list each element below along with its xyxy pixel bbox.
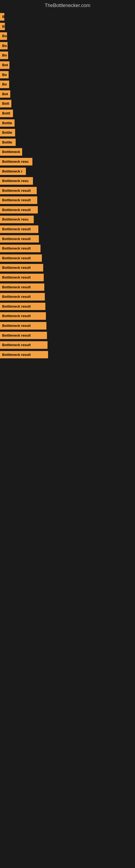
item-label[interactable]: Bott xyxy=(0,100,11,107)
list-item: Bo xyxy=(0,51,135,60)
list-item: Bottleneck result xyxy=(0,196,135,205)
list-item: Bottleneck result xyxy=(0,244,135,253)
item-label[interactable]: Bottleneck r xyxy=(0,167,26,175)
list-item: Bottleneck result xyxy=(0,264,135,272)
item-label[interactable]: Bottleneck result xyxy=(0,206,38,214)
item-label[interactable]: Bottleneck result xyxy=(0,225,38,233)
list-item: Bottleneck result xyxy=(0,312,135,320)
item-label[interactable]: Bottleneck resu xyxy=(0,158,32,165)
list-item: Bottleneck result xyxy=(0,254,135,262)
item-label[interactable]: Bottleneck xyxy=(0,148,22,156)
item-label[interactable]: Bottleneck result xyxy=(0,187,37,194)
list-item: Bottleneck result xyxy=(0,235,135,243)
list-item: Bo xyxy=(0,80,135,89)
list-item: Bo xyxy=(0,41,135,50)
item-label[interactable]: Bottleneck result xyxy=(0,235,39,243)
item-label[interactable]: Bottle xyxy=(0,129,15,136)
item-label[interactable]: Bottleneck result xyxy=(0,293,45,301)
site-title: TheBottlenecker.com xyxy=(0,0,135,10)
item-label[interactable]: Bottleneck result xyxy=(0,283,44,291)
item-label[interactable]: Bottleneck result xyxy=(0,312,46,320)
item-label[interactable]: Bottleneck result xyxy=(0,196,37,204)
list-item: Bot xyxy=(0,61,135,69)
item-label[interactable]: Bottleneck result xyxy=(0,264,43,272)
item-label[interactable]: Bottleneck resu xyxy=(0,177,33,185)
list-item: Bottleneck result xyxy=(0,350,135,359)
list-item: Bottleneck resu xyxy=(0,157,135,166)
item-label[interactable]: Bo xyxy=(0,42,8,50)
list-item: B xyxy=(0,12,135,21)
list-item: Bottleneck resu xyxy=(0,215,135,224)
item-label[interactable]: Bottl xyxy=(0,110,13,117)
item-label[interactable]: Bottleneck resu xyxy=(0,216,34,223)
list-item: Bot xyxy=(0,90,135,98)
item-label[interactable]: B xyxy=(0,23,5,30)
item-label[interactable]: Bottleneck result xyxy=(0,322,46,330)
item-label[interactable]: Bot xyxy=(0,61,9,69)
item-label[interactable]: Bottleneck result xyxy=(0,351,48,359)
list-item: Bottleneck resu xyxy=(0,177,135,185)
item-label[interactable]: B xyxy=(0,13,4,21)
item-label[interactable]: Bo xyxy=(0,81,9,88)
item-label[interactable]: Bo xyxy=(0,71,9,79)
list-item: Bottleneck result xyxy=(0,283,135,291)
item-label[interactable]: Bottle xyxy=(0,119,14,127)
list-item: Bottleneck result xyxy=(0,206,135,214)
item-label[interactable]: Bottleneck result xyxy=(0,274,44,281)
list-item: Bottleneck result xyxy=(0,321,135,330)
list-item: Bottleneck result xyxy=(0,302,135,311)
item-label[interactable]: Bottleneck result xyxy=(0,254,42,262)
list-item: Bo xyxy=(0,70,135,79)
list-item: Bottleneck r xyxy=(0,167,135,176)
item-label[interactable]: Bottleneck result xyxy=(0,303,45,310)
list-item: Bott xyxy=(0,99,135,108)
item-label[interactable]: Bot xyxy=(0,90,10,98)
item-label[interactable]: Bottleneck result xyxy=(0,332,47,339)
list-item: Bottl xyxy=(0,109,135,118)
list-item: Bo xyxy=(0,32,135,40)
list-item: Bottleneck result xyxy=(0,186,135,195)
item-label[interactable]: Bottle xyxy=(0,138,16,146)
list-item: Bottle xyxy=(0,138,135,147)
item-label[interactable]: Bo xyxy=(0,32,7,40)
list-item: Bottleneck result xyxy=(0,225,135,234)
item-label[interactable]: Bottleneck result xyxy=(0,245,41,252)
list-item: Bottleneck result xyxy=(0,292,135,301)
item-label[interactable]: Bo xyxy=(0,52,8,59)
list-item: Bottle xyxy=(0,119,135,127)
item-label[interactable]: Bottleneck result xyxy=(0,341,48,349)
list-item: B xyxy=(0,22,135,31)
list-item: Bottleneck result xyxy=(0,331,135,340)
items-container: BBBoBoBoBotBoBoBotBottBottlBottleBottleB… xyxy=(0,10,135,363)
list-item: Bottleneck result xyxy=(0,273,135,282)
list-item: Bottleneck xyxy=(0,148,135,156)
list-item: Bottleneck result xyxy=(0,341,135,349)
list-item: Bottle xyxy=(0,128,135,137)
